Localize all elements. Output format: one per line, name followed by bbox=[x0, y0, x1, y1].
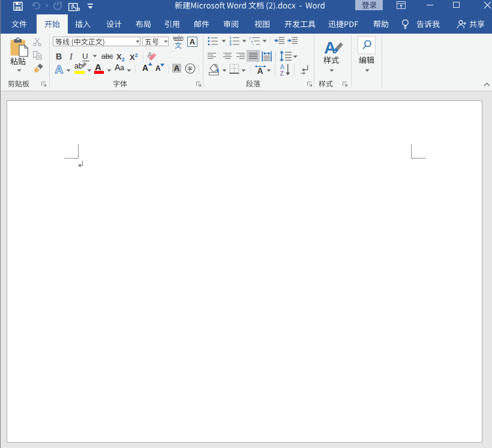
svg-text:A: A bbox=[324, 38, 336, 56]
svg-text:i: i bbox=[253, 43, 254, 46]
svg-text:Z: Z bbox=[280, 70, 284, 76]
svg-text:3: 3 bbox=[230, 43, 232, 46]
svg-text:A: A bbox=[257, 66, 263, 76]
svg-text:A: A bbox=[55, 63, 64, 75]
